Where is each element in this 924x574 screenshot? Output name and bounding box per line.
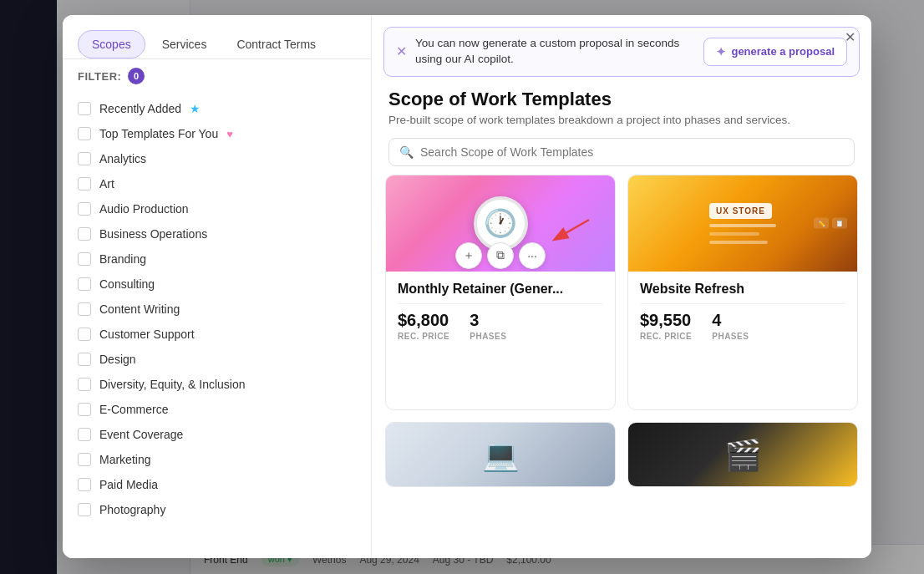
tab-contract-terms[interactable]: Contract Terms	[223, 31, 329, 58]
card-image-laptop	[386, 423, 615, 487]
checkbox-event-coverage[interactable]	[78, 428, 91, 441]
category-list[interactable]: Recently Added ★ Top Templates For You ♥…	[63, 93, 371, 558]
rec-price-value-retainer: $6,800	[398, 311, 449, 330]
category-branding[interactable]: Branding	[63, 246, 371, 272]
rec-price-label-website: REC. PRICE	[640, 332, 692, 341]
category-marketing[interactable]: Marketing	[63, 447, 371, 472]
template-card-film[interactable]	[627, 422, 858, 487]
checkbox-marketing[interactable]	[78, 453, 91, 466]
phases-value-website: 4	[712, 311, 749, 330]
checkbox-design[interactable]	[78, 353, 91, 366]
panel-subtitle: Pre-built scope of work templates breakd…	[388, 114, 855, 126]
star-icon: ★	[190, 102, 201, 115]
checkbox-paid-media[interactable]	[78, 478, 91, 491]
checkbox-diversity[interactable]	[78, 378, 91, 391]
card-title-retainer: Monthly Retainer (Gener...	[398, 282, 603, 304]
checkbox-ecommerce[interactable]	[78, 403, 91, 416]
card-body-retainer: Monthly Retainer (Gener... $6,800 REC. P…	[386, 272, 615, 353]
copy-icon: ⧉	[496, 248, 505, 262]
card-title-website: Website Refresh	[640, 282, 845, 304]
card-image-film	[628, 423, 857, 487]
category-event-coverage[interactable]: Event Coverage	[63, 422, 371, 447]
filter-row: FILTER: 0	[63, 59, 371, 93]
category-art[interactable]: Art	[63, 171, 371, 196]
rec-price-label-retainer: REC. PRICE	[398, 332, 449, 341]
close-button[interactable]: ✕	[840, 27, 860, 47]
category-top-templates-label: Top Templates For You	[99, 127, 218, 140]
search-bar[interactable]: 🔍	[388, 138, 855, 166]
copy-template-button[interactable]: ⧉	[487, 242, 514, 269]
category-photography[interactable]: Photography	[63, 497, 371, 522]
banner-close-icon[interactable]: ✕	[396, 43, 407, 59]
tab-bar: Scopes Services Contract Terms	[63, 15, 371, 59]
checkbox-content-writing[interactable]	[78, 302, 91, 316]
laptop-visual	[482, 438, 520, 473]
category-diversity[interactable]: Diversity, Equity, & Inclusion	[63, 372, 371, 397]
banner-text: You can now generate a custom proposal i…	[415, 36, 695, 68]
stat-rec-price-website: $9,550 REC. PRICE	[640, 311, 692, 341]
card-image-website: UX STORE ✏️ 📋	[628, 175, 857, 272]
category-design-label: Design	[99, 353, 136, 366]
card-actions: ＋ ⧉ ···	[455, 242, 546, 269]
left-panel: Scopes Services Contract Terms FILTER: 0…	[63, 15, 372, 558]
category-paid-media-label: Paid Media	[99, 478, 158, 491]
checkbox-branding[interactable]	[78, 252, 91, 266]
stat-phases-retainer: 3 PHASES	[470, 311, 506, 341]
template-card-website-refresh[interactable]: UX STORE ✏️ 📋 Website Refresh $9,550	[627, 175, 858, 411]
category-consulting-label: Consulting	[99, 277, 155, 291]
filter-label: FILTER:	[78, 70, 121, 83]
category-marketing-label: Marketing	[99, 453, 150, 466]
checkbox-business-operations[interactable]	[78, 227, 91, 241]
category-ecommerce-label: E-Commerce	[99, 403, 168, 416]
checkbox-consulting[interactable]	[78, 277, 91, 291]
generate-proposal-button[interactable]: ✦ generate a proposal	[703, 38, 847, 66]
category-customer-support[interactable]: Customer Support	[63, 322, 371, 347]
category-analytics[interactable]: Analytics	[63, 146, 371, 171]
add-template-button[interactable]: ＋	[455, 242, 482, 269]
search-input[interactable]	[420, 145, 844, 159]
category-content-writing[interactable]: Content Writing	[63, 297, 371, 322]
templates-grid: ＋ ⧉ ··· Monthly Retainer (Gener...	[372, 175, 871, 558]
category-business-operations[interactable]: Business Operations	[63, 221, 371, 246]
checkbox-audio-production[interactable]	[78, 202, 91, 216]
stat-rec-price-retainer: $6,800 REC. PRICE	[398, 311, 449, 341]
stat-phases-website: 4 PHASES	[712, 311, 749, 341]
website-visual: UX STORE	[709, 203, 776, 244]
category-ecommerce[interactable]: E-Commerce	[63, 397, 371, 422]
tab-scopes[interactable]: Scopes	[78, 30, 145, 58]
category-paid-media[interactable]: Paid Media	[63, 472, 371, 497]
film-visual	[724, 438, 762, 473]
category-audio-production[interactable]: Audio Production	[63, 196, 371, 221]
category-art-label: Art	[99, 177, 114, 190]
category-recently-added[interactable]: Recently Added ★	[63, 96, 371, 121]
filter-count: 0	[128, 68, 145, 84]
rec-price-value-website: $9,550	[640, 311, 692, 330]
checkbox-analytics[interactable]	[78, 152, 91, 165]
phases-label-website: PHASES	[712, 332, 749, 341]
template-card-laptop[interactable]	[385, 422, 616, 487]
category-business-operations-label: Business Operations	[99, 227, 207, 241]
ai-banner: ✕ You can now generate a custom proposal…	[383, 27, 860, 77]
checkbox-art[interactable]	[78, 177, 91, 190]
template-card-monthly-retainer[interactable]: ＋ ⧉ ··· Monthly Retainer (Gener...	[385, 175, 616, 411]
card-stats-website: $9,550 REC. PRICE 4 PHASES	[640, 311, 845, 341]
category-consulting[interactable]: Consulting	[63, 272, 371, 297]
category-analytics-label: Analytics	[99, 152, 146, 165]
checkbox-recently-added[interactable]	[78, 102, 91, 115]
more-options-button[interactable]: ···	[519, 242, 546, 269]
category-branding-label: Branding	[99, 252, 146, 266]
tab-services[interactable]: Services	[149, 31, 221, 58]
plus-icon: ＋	[463, 248, 475, 263]
category-design[interactable]: Design	[63, 347, 371, 372]
panel-title: Scope of Work Templates	[388, 89, 855, 110]
right-panel: ✕ ✕ You can now generate a custom propos…	[372, 15, 871, 558]
checkbox-photography[interactable]	[78, 503, 91, 516]
phases-value-retainer: 3	[470, 311, 506, 330]
category-diversity-label: Diversity, Equity, & Inclusion	[99, 378, 246, 391]
category-top-templates[interactable]: Top Templates For You ♥	[63, 121, 371, 146]
scope-templates-modal: Scopes Services Contract Terms FILTER: 0…	[63, 15, 871, 558]
checkbox-customer-support[interactable]	[78, 328, 91, 341]
card-body-website: Website Refresh $9,550 REC. PRICE 4 PHAS…	[628, 272, 857, 353]
category-event-coverage-label: Event Coverage	[99, 428, 183, 441]
checkbox-top-templates[interactable]	[78, 127, 91, 140]
